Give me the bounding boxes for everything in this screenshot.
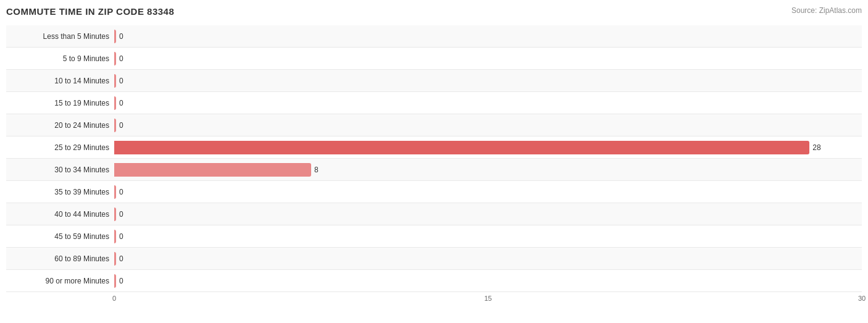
bar-label: 5 to 9 Minutes — [6, 54, 114, 63]
bar-label: 35 to 39 Minutes — [6, 188, 114, 196]
bar-label: 10 to 14 Minutes — [6, 77, 114, 85]
x-axis-tick: 15 — [484, 295, 491, 302]
bar-wrapper: 0 — [114, 92, 862, 114]
bar-label: 40 to 44 Minutes — [6, 210, 114, 219]
bar — [114, 274, 116, 288]
bar-value: 0 — [119, 121, 123, 130]
chart-container: COMMUTE TIME IN ZIP CODE 83348 Source: Z… — [0, 0, 868, 323]
x-axis-tick: 30 — [858, 295, 866, 302]
bar-value: 0 — [119, 77, 123, 85]
bar-value: 0 — [119, 188, 123, 196]
bar-value: 0 — [119, 54, 123, 63]
bar-value: 0 — [119, 232, 123, 241]
bar-row: 40 to 44 Minutes0 — [6, 203, 862, 225]
bar-wrapper: 0 — [114, 70, 862, 91]
bar-wrapper: 28 — [114, 136, 862, 158]
chart-area: Less than 5 Minutes05 to 9 Minutes010 to… — [6, 25, 862, 292]
bar — [114, 30, 116, 43]
bar-wrapper: 0 — [114, 25, 862, 47]
source-text: Source: ZipAtlas.com — [791, 6, 862, 15]
bar-label: 90 or more Minutes — [6, 277, 114, 285]
bar — [114, 141, 809, 154]
bar-wrapper: 0 — [114, 203, 862, 225]
bar-row: 90 or more Minutes0 — [6, 270, 862, 292]
bar-wrapper: 0 — [114, 225, 862, 247]
bar-row: 60 to 89 Minutes0 — [6, 248, 862, 270]
bar — [114, 208, 116, 221]
bar-row: 5 to 9 Minutes0 — [6, 48, 862, 70]
bar-wrapper: 0 — [114, 114, 862, 136]
chart-title: COMMUTE TIME IN ZIP CODE 83348 — [6, 6, 174, 17]
bar — [114, 252, 116, 266]
bar-label: 45 to 59 Minutes — [6, 232, 114, 241]
bar-value: 0 — [119, 254, 123, 263]
bar-value: 28 — [812, 143, 820, 152]
bar-row: 20 to 24 Minutes0 — [6, 114, 862, 136]
bar-wrapper: 0 — [114, 248, 862, 269]
bar-wrapper: 0 — [114, 181, 862, 203]
bar-label: 25 to 29 Minutes — [6, 143, 114, 152]
bar — [114, 185, 116, 199]
bar-value: 8 — [314, 166, 319, 174]
bar-label: 30 to 34 Minutes — [6, 166, 114, 174]
x-axis-tick: 0 — [112, 295, 116, 302]
bar-row: 15 to 19 Minutes0 — [6, 92, 862, 114]
bar-row: 25 to 29 Minutes28 — [6, 136, 862, 159]
bar — [114, 96, 116, 110]
bar-row: 30 to 34 Minutes8 — [6, 159, 862, 181]
bar-value: 0 — [119, 99, 123, 107]
bar-label: 20 to 24 Minutes — [6, 121, 114, 130]
bar-label: 15 to 19 Minutes — [6, 99, 114, 107]
bar-label: Less than 5 Minutes — [6, 32, 114, 41]
bar-row: 35 to 39 Minutes0 — [6, 181, 862, 203]
bar-wrapper: 8 — [114, 159, 862, 180]
bar — [114, 163, 311, 177]
bar-wrapper: 0 — [114, 48, 862, 69]
bar-row: 10 to 14 Minutes0 — [6, 70, 862, 92]
bar — [114, 230, 116, 243]
x-axis: 01530 — [114, 295, 862, 307]
bar — [114, 52, 116, 65]
bar-value: 0 — [119, 210, 123, 219]
bar-wrapper: 0 — [114, 270, 862, 292]
bar-row: Less than 5 Minutes0 — [6, 25, 862, 48]
bar-row: 45 to 59 Minutes0 — [6, 225, 862, 248]
bar-value: 0 — [119, 32, 123, 41]
bar-value: 0 — [119, 277, 123, 285]
bar-label: 60 to 89 Minutes — [6, 254, 114, 263]
bar — [114, 74, 116, 88]
bar — [114, 119, 116, 132]
